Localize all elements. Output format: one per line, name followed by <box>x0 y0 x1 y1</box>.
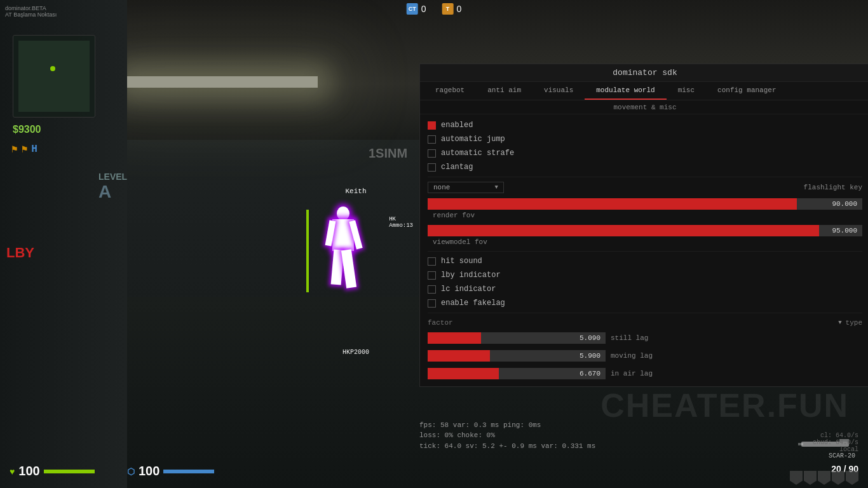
health-bar-fill <box>44 470 95 473</box>
minimap-inner <box>18 41 90 112</box>
menu-title-bar: dominator sdk <box>420 64 868 82</box>
label-clantag: clantag <box>441 163 473 172</box>
shield-4 <box>832 471 844 485</box>
air-lag-value: 6.670 <box>580 370 600 377</box>
still-lag-value: 5.090 <box>580 334 600 342</box>
still-lag-row: 5.090 still lag <box>428 329 862 347</box>
moving-lag-track[interactable]: 5.900 <box>428 350 606 362</box>
checkbox-auto-strafe[interactable] <box>428 149 436 158</box>
tab-ragebot[interactable]: ragebot <box>424 82 476 100</box>
viewmodel-fov-label: viewmodel fov <box>433 238 487 246</box>
moving-lag-value: 5.900 <box>580 352 600 360</box>
loss-line: loss: 0% choke: 0% <box>419 430 595 441</box>
label-hit-sound: hit sound <box>441 257 482 266</box>
cheater-watermark: CHEATER.FUN <box>600 386 849 424</box>
label-enable-fakelag: enable fakelag <box>441 299 505 308</box>
player-area: Keith HK Ammo:13 HKP2000 <box>311 197 400 343</box>
health-bar <box>44 470 95 473</box>
app-watermark-tl: dominator.BETA AT Başlama Noktası <box>5 5 57 18</box>
viewmodel-fov-value: 95.000 <box>832 227 857 234</box>
equipment-row: ⚑ ⚑ H <box>11 143 37 156</box>
shield-icons <box>790 471 858 485</box>
armor-display: ⬡ 100 <box>127 464 214 478</box>
silhouette-body <box>327 207 359 308</box>
row-lby-indicator: lby indicator <box>428 268 862 282</box>
checkbox-lby-indicator[interactable] <box>428 271 436 280</box>
checkbox-lc-indicator[interactable] <box>428 285 436 294</box>
armor-symbol: ⬡ <box>127 466 135 477</box>
cheat-menu: dominator sdk ragebot anti aim visuals m… <box>419 64 868 387</box>
render-fov-track[interactable]: 90.000 <box>428 198 862 210</box>
menu-tabs: ragebot anti aim visuals modulate world … <box>420 82 868 100</box>
air-lag-track[interactable]: 6.670 <box>428 368 606 379</box>
shield-5 <box>846 471 858 485</box>
ct-icon: CT <box>407 3 418 15</box>
checkbox-enable-fakelag[interactable] <box>428 299 436 308</box>
net-line-1: cl: 64.0/s <box>813 432 858 439</box>
tab-modulate-world[interactable]: modulate world <box>585 82 666 100</box>
equip-icon-1: ⚑ <box>11 143 18 156</box>
row-auto-jump: automatic jump <box>428 132 862 146</box>
t-icon: T <box>442 3 454 15</box>
menu-body: enabled automatic jump automatic strafe … <box>420 114 868 386</box>
type-arrow: ▼ <box>838 320 841 326</box>
row-enabled: enabled <box>428 118 862 132</box>
minimap-player-dot <box>50 66 55 71</box>
health-symbol: ♥ <box>10 466 15 477</box>
label-enabled: enabled <box>441 121 473 130</box>
weapon-name: SCAR-20 <box>798 452 855 459</box>
tab-visuals[interactable]: visuals <box>532 82 585 100</box>
player-ammo: HK Ammo:13 <box>389 216 413 229</box>
divider-2 <box>428 251 862 252</box>
still-lag-track[interactable]: 5.090 <box>428 332 606 344</box>
checkbox-hit-sound[interactable] <box>428 257 436 266</box>
checkbox-clantag[interactable] <box>428 163 436 172</box>
divider-3 <box>428 313 862 313</box>
net-line-2: chud: 64.0/s <box>813 439 858 446</box>
row-clantag: clantag <box>428 160 862 174</box>
label-lc-indicator: lc indicator <box>441 285 496 294</box>
svg-rect-2 <box>798 443 803 445</box>
flashlight-label: flashlight key <box>804 184 862 191</box>
center-text: 1SINM <box>369 146 407 161</box>
health-display: ♥ 100 <box>10 464 95 478</box>
player-health-bar <box>306 210 309 292</box>
type-label: type <box>846 317 862 328</box>
viewmodel-fov-track[interactable]: 95.000 <box>428 225 862 236</box>
tab-anti-aim[interactable]: anti aim <box>476 82 532 100</box>
tab-misc[interactable]: misc <box>667 82 706 100</box>
air-lag-label: in air lag <box>611 370 653 377</box>
render-fov-value: 90.000 <box>832 200 857 208</box>
still-lag-label: still lag <box>611 334 648 342</box>
moving-lag-label: moving lag <box>611 352 653 360</box>
air-lag-fill <box>428 368 499 379</box>
flashlight-value: none <box>433 184 450 191</box>
tick-line: tick: 64.0 sv: 5.2 +- 0.9 ms var: 0.331 … <box>419 441 595 452</box>
minimap <box>13 35 95 118</box>
factor-label: factor <box>428 317 453 328</box>
equip-icon-2: ⚑ <box>22 143 28 156</box>
player-weapon-label: HKP2000 <box>342 349 369 356</box>
score-t: T 0 <box>442 3 462 15</box>
viewmodel-fov-fill <box>428 225 819 236</box>
label-auto-jump: automatic jump <box>441 135 505 144</box>
player-silhouette <box>318 207 369 308</box>
armor-bar <box>163 470 214 473</box>
fps-line: fps: 58 var: 0.3 ms ping: 0ms <box>419 420 595 431</box>
score-ct: CT 0 <box>407 3 426 15</box>
checkbox-auto-jump[interactable] <box>428 135 436 144</box>
section-title: movement & misc <box>420 100 868 114</box>
label-auto-strafe: automatic strafe <box>441 149 514 158</box>
sil-leg-right <box>341 249 356 288</box>
tab-config-manager[interactable]: config manager <box>706 82 787 100</box>
still-lag-fill <box>428 332 481 344</box>
shield-3 <box>818 471 831 485</box>
row-enable-fakelag: enable fakelag <box>428 296 862 310</box>
row-hit-sound: hit sound <box>428 254 862 268</box>
flashlight-dropdown[interactable]: none ▼ <box>428 182 504 193</box>
health-value: 100 <box>18 464 39 478</box>
armor-value: 100 <box>139 464 159 478</box>
moving-lag-row: 5.900 moving lag <box>428 347 862 365</box>
checkbox-enabled[interactable] <box>428 121 436 130</box>
factor-type-labels: factor ▼ type <box>428 316 862 329</box>
